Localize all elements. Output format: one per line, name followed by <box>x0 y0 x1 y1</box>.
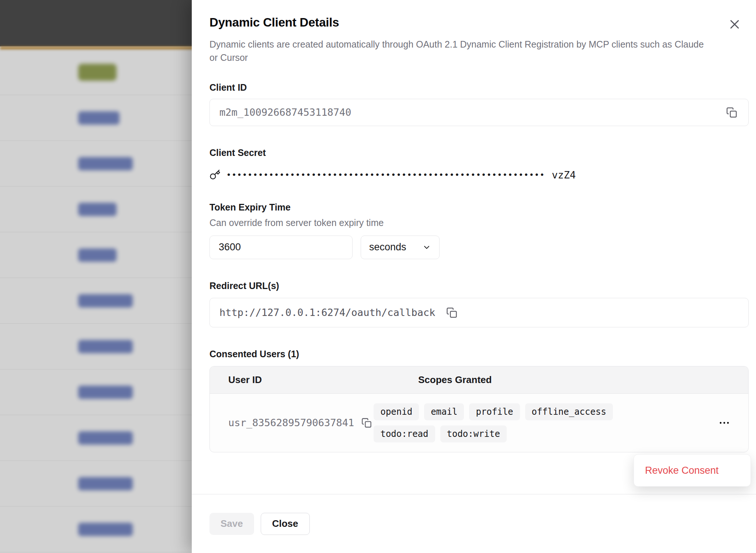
client-link <box>78 111 119 125</box>
client-secret-label: Client Secret <box>209 147 749 158</box>
copy-redirect-url-icon[interactable] <box>445 306 459 320</box>
row-actions <box>718 417 748 429</box>
redirect-urls-label: Redirect URL(s) <box>209 281 749 291</box>
consented-users-section: Consented Users (1) User ID Scopes Grant… <box>209 349 749 452</box>
redirect-urls-section: Redirect URL(s) http://127.0.0.1:6274/oa… <box>209 281 749 327</box>
close-button[interactable]: Close <box>261 513 310 535</box>
token-expiry-label: Token Expiry Time <box>209 202 749 213</box>
user-id-cell: usr_83562895790637841 <box>210 416 374 429</box>
row-menu-icon[interactable] <box>718 417 731 429</box>
redirect-url-field: http://127.0.0.1:6274/oauth/callback <box>209 298 749 327</box>
client-link <box>78 477 133 490</box>
token-expiry-section: Token Expiry Time Can override from serv… <box>209 202 749 259</box>
consented-users-table: User ID Scopes Granted usr_8356289579063… <box>209 366 749 452</box>
user-id-value: usr_83562895790637841 <box>228 417 354 428</box>
client-link <box>78 248 117 262</box>
client-link <box>78 340 133 353</box>
client-secret-masked: ••••••••••••••••••••••••••••••••••••••••… <box>227 170 546 180</box>
client-id-field: m2m_100926687453118740 <box>209 99 749 126</box>
scope-chip: email <box>424 403 464 420</box>
panel-title: Dynamic Client Details <box>209 15 712 29</box>
column-header-scopes: Scopes Granted <box>418 374 748 386</box>
scope-chip: profile <box>469 403 520 420</box>
scope-chip: todo:write <box>440 425 507 442</box>
copy-user-id-icon[interactable] <box>360 416 373 429</box>
token-expiry-hint: Can override from server token expiry ti… <box>209 218 749 228</box>
client-link <box>78 431 133 445</box>
panel-content: Client ID m2m_100926687453118740 Client … <box>192 82 756 452</box>
close-icon[interactable] <box>725 15 744 34</box>
save-button[interactable]: Save <box>209 513 254 535</box>
copy-client-id-icon[interactable] <box>725 105 739 119</box>
client-link <box>78 386 133 399</box>
revoke-consent-item[interactable]: Revoke Consent <box>645 465 719 476</box>
token-expiry-unit-value: seconds <box>369 241 406 253</box>
chevron-down-icon <box>422 243 431 252</box>
column-header-user-id: User ID <box>210 374 418 386</box>
client-secret-section: Client Secret ••••••••••••••••••••••••••… <box>209 147 749 181</box>
token-expiry-controls: seconds <box>209 236 749 259</box>
consented-users-label: Consented Users (1) <box>209 349 749 359</box>
table-header-row: User ID Scopes Granted <box>210 366 748 394</box>
panel-description: Dynamic clients are created automaticall… <box>209 38 712 65</box>
scopes-cell: openid email profile offline_access todo… <box>374 403 718 442</box>
client-id-label: Client ID <box>209 82 749 93</box>
client-link <box>78 523 133 536</box>
client-id-section: Client ID m2m_100926687453118740 <box>209 82 749 126</box>
client-type-badge <box>78 64 117 81</box>
client-secret-row: ••••••••••••••••••••••••••••••••••••••••… <box>209 169 749 181</box>
client-secret-suffix: vzZ4 <box>552 169 576 181</box>
client-id-value: m2m_100926687453118740 <box>219 107 725 118</box>
panel-header: Dynamic Client Details Dynamic clients a… <box>192 0 756 65</box>
client-link <box>78 294 133 307</box>
token-expiry-unit-select[interactable]: seconds <box>361 236 440 259</box>
revoke-consent-menu: Revoke Consent <box>634 454 751 487</box>
scope-chip: offline_access <box>525 403 613 420</box>
client-link <box>78 157 133 170</box>
key-icon <box>209 169 221 180</box>
table-row: usr_83562895790637841 openid email profi… <box>210 394 748 452</box>
token-expiry-input[interactable] <box>209 236 353 259</box>
dynamic-client-details-panel: Dynamic Client Details Dynamic clients a… <box>192 0 756 553</box>
scope-chip: openid <box>374 403 419 420</box>
panel-footer: Save Close <box>192 494 756 553</box>
client-link <box>78 203 117 216</box>
scope-chip: todo:read <box>374 425 435 442</box>
redirect-url-value: http://127.0.0.1:6274/oauth/callback <box>219 307 435 318</box>
